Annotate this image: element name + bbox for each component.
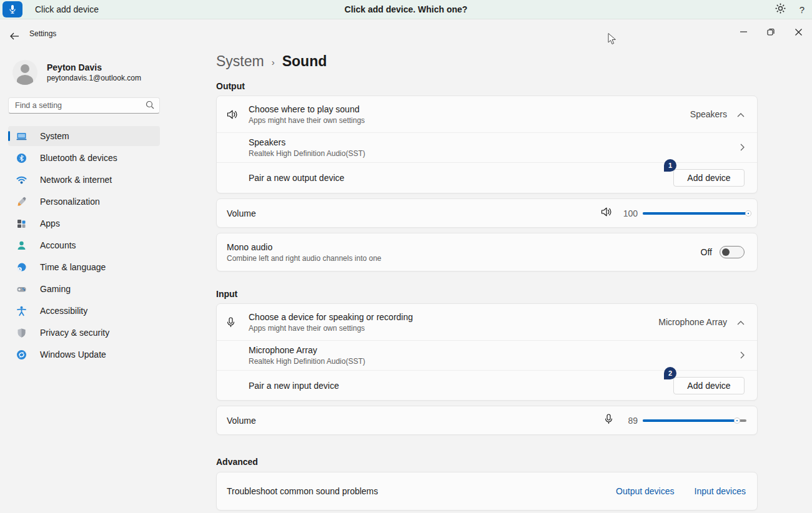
input-volume-card: Volume 89: [216, 406, 758, 435]
search-icon[interactable]: [146, 100, 154, 112]
speakers-device-row[interactable]: Speakers Realtek High Definition Audio(S…: [217, 132, 757, 162]
choose-output-row[interactable]: Choose where to play sound Apps might ha…: [217, 96, 757, 132]
close-icon: [795, 29, 802, 36]
sidebar-nav: System Bluetooth & devices Network & int…: [8, 126, 160, 366]
input-devices-link[interactable]: Input devices: [695, 486, 746, 496]
accessibility-icon: [16, 306, 27, 316]
sidebar-item-system[interactable]: System: [8, 126, 160, 146]
sidebar-item-network-internet[interactable]: Network & internet: [8, 170, 160, 190]
chevron-up-icon[interactable]: [737, 316, 745, 328]
sidebar-item-label: Personalization: [40, 197, 100, 207]
sidebar-item-personalization[interactable]: Personalization: [8, 192, 160, 212]
system-icon: [16, 131, 27, 142]
sidebar-item-apps[interactable]: Apps: [8, 213, 160, 233]
sidebar-item-gaming[interactable]: Gaming: [8, 279, 160, 299]
sidebar-item-privacy-security[interactable]: Privacy & security: [8, 323, 160, 343]
sidebar-item-label: Gaming: [40, 284, 71, 294]
accounts-icon: [16, 240, 27, 251]
breadcrumb-system[interactable]: System: [216, 53, 264, 70]
add-input-device-button[interactable]: Add device: [673, 377, 745, 394]
mono-audio-state: Off: [701, 247, 712, 257]
pair-input-label: Pair a new input device: [249, 381, 673, 391]
sidebar-item-label: Time & language: [40, 262, 106, 272]
slider-thumb[interactable]: [735, 418, 740, 423]
user-profile[interactable]: Peyton Davis peytondavis.1@outlook.com: [12, 60, 141, 85]
sound-settings-page: System › Sound Output Choose where to pl…: [216, 47, 758, 513]
profile-email: peytondavis.1@outlook.com: [47, 74, 141, 82]
speaker-icon: [227, 109, 249, 120]
output-volume-value: 100: [619, 208, 638, 218]
pair-output-label: Pair a new output device: [249, 173, 673, 183]
sidebar-item-time-language[interactable]: Time & language: [8, 257, 160, 277]
mono-audio-card: Mono audio Combine left and right audio …: [216, 233, 758, 271]
sidebar-item-bluetooth-devices[interactable]: Bluetooth & devices: [8, 148, 160, 168]
choose-output-subtitle: Apps might have their own settings: [249, 116, 690, 125]
search-input[interactable]: [8, 97, 160, 114]
breadcrumb: System › Sound: [216, 52, 758, 70]
choose-input-row[interactable]: Choose a device for speaking or recordin…: [217, 304, 757, 340]
restore-icon: [767, 28, 775, 36]
output-device-selected-value: Speakers: [690, 109, 727, 119]
sidebar-item-accounts[interactable]: Accounts: [8, 235, 160, 255]
volume-speaker-icon[interactable]: [601, 207, 613, 220]
bluetooth-icon: [16, 153, 27, 164]
gear-icon[interactable]: [775, 3, 786, 16]
mono-audio-toggle[interactable]: [720, 246, 745, 258]
voice-command-text: Click add device: [35, 4, 99, 14]
sidebar-item-label: Windows Update: [40, 349, 106, 359]
app-title: Settings: [29, 29, 56, 38]
sidebar-item-label: Apps: [40, 218, 60, 228]
settings-sidebar: Peyton Davis peytondavis.1@outlook.com S…: [0, 47, 181, 513]
input-section-header: Input: [216, 289, 758, 300]
slider-thumb[interactable]: [746, 211, 751, 216]
microphone-glyph: [8, 4, 17, 14]
personalization-icon: [16, 197, 27, 207]
voice-access-bar: Click add device Click add device. Which…: [0, 0, 812, 19]
back-arrow-icon: [10, 32, 19, 40]
voice-access-badge-2: 2: [664, 367, 676, 379]
back-button[interactable]: [6, 28, 22, 44]
output-volume-label: Volume: [227, 208, 601, 218]
sidebar-item-label: System: [40, 131, 69, 141]
pair-output-row: Pair a new output device 1 Add device: [217, 162, 757, 193]
microphone-device-name: Microphone Array: [249, 345, 740, 355]
profile-name: Peyton Davis: [47, 62, 141, 72]
add-output-device-button[interactable]: Add device: [673, 169, 745, 187]
network-icon: [16, 175, 27, 185]
maximize-button[interactable]: [757, 19, 785, 44]
sidebar-item-label: Network & internet: [40, 175, 112, 185]
input-volume-slider[interactable]: [643, 416, 746, 426]
sidebar-item-label: Accessibility: [40, 306, 87, 316]
voice-question-text: Click add device. Which one?: [0, 4, 812, 14]
troubleshoot-label: Troubleshoot common sound problems: [227, 486, 616, 496]
choose-input-subtitle: Apps might have their own settings: [249, 324, 658, 333]
microphone-icon[interactable]: [2, 1, 22, 17]
close-button[interactable]: [785, 19, 812, 44]
search-box: [8, 97, 160, 114]
sidebar-item-accessibility[interactable]: Accessibility: [8, 301, 160, 321]
sidebar-item-windows-update[interactable]: Windows Update: [8, 344, 160, 364]
mono-audio-subtitle: Combine left and right audio channels in…: [227, 254, 701, 263]
input-volume-label: Volume: [227, 416, 605, 426]
microphone-device-row[interactable]: Microphone Array Realtek High Definition…: [217, 340, 757, 370]
input-card: Choose a device for speaking or recordin…: [216, 303, 758, 401]
minimize-button[interactable]: [730, 19, 757, 44]
chevron-up-icon[interactable]: [737, 109, 745, 120]
chevron-right-icon: [740, 142, 745, 154]
breadcrumb-separator-icon: ›: [272, 57, 275, 67]
avatar: [12, 60, 37, 85]
apps-icon: [16, 218, 27, 229]
pair-input-row: Pair a new input device 2 Add device: [217, 370, 757, 400]
output-devices-link[interactable]: Output devices: [616, 486, 674, 496]
time-language-icon: [16, 262, 27, 273]
output-volume-slider[interactable]: [643, 208, 746, 218]
minimize-icon: [740, 31, 747, 32]
advanced-section-header: Advanced: [216, 457, 758, 467]
page-title: Sound: [282, 53, 327, 70]
output-section-header: Output: [216, 81, 758, 92]
volume-microphone-icon[interactable]: [605, 414, 613, 427]
output-volume-card: Volume 100: [216, 198, 758, 228]
help-icon[interactable]: ?: [797, 4, 807, 15]
microphone-device-description: Realtek High Definition Audio(SST): [249, 357, 740, 366]
microphone-input-icon: [227, 317, 249, 328]
